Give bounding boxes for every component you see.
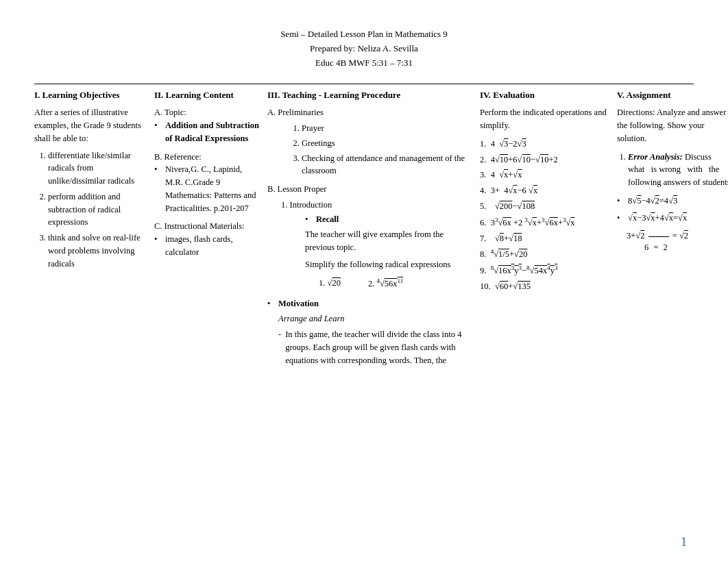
header: Semi – Detailed Lesson Plan in Mathemati… xyxy=(34,27,694,70)
eval-item-5: 5. √200−√108 xyxy=(480,200,611,213)
eval-instruction: Perform the indicated operations and sim… xyxy=(480,106,611,132)
sqrt-5a: √5 xyxy=(632,196,641,206)
col-assignment: V. Assignment Directions: Analyze and an… xyxy=(617,90,728,254)
sqrt-x-h: √x xyxy=(678,213,687,223)
lc-im-label: Instructional Materials: xyxy=(165,221,245,231)
sqrt-18: √18 xyxy=(509,234,522,243)
lc-topic-bold: Addition and Subtraction of Radical Expr… xyxy=(165,119,260,145)
arrange-learn-label: Arrange and Learn xyxy=(278,312,473,325)
tlp-recall-section: • Recall The teacher will give examples … xyxy=(305,213,473,290)
lo-item-2: perform addition and subtraction of radi… xyxy=(48,190,147,229)
sqrt-108: √108 xyxy=(518,201,535,211)
lc-ref-text: Nivera,G. C., Lapinid, M.R. C.Grade 9 Ma… xyxy=(165,163,260,214)
tlp-intro-label: 1. Introduction xyxy=(281,199,473,212)
assign-dot-2: • xyxy=(617,212,624,225)
eval-item-9: 9. 8√16x3y3−8√54x4y3 xyxy=(480,264,611,277)
sqrt-x-f: √x xyxy=(646,213,655,223)
assign-denom-6: 6 = 2 xyxy=(644,241,728,254)
lo-intro: After a series of illustrative examples,… xyxy=(34,106,147,145)
recall-bullet: • Recall xyxy=(305,213,473,226)
sqrt-x-a: √x xyxy=(499,170,508,179)
tlp-body: A. Preliminaries Prayer Greetings Checki… xyxy=(267,106,473,367)
sqrt-x-c: √x xyxy=(508,186,517,195)
motivation-text: In this game, the teacher will divide th… xyxy=(285,328,473,367)
lc-header: II. Learning Content xyxy=(154,90,260,101)
motivation-label: Motivation xyxy=(278,297,319,310)
sqrt-200: √200 xyxy=(495,201,513,211)
sqrt-3c: √3 xyxy=(668,196,677,206)
equals-sign: = xyxy=(653,243,658,252)
ex1-radical: √20 xyxy=(328,278,341,288)
example-2: 2. 4√56x11 xyxy=(368,277,403,290)
header-line3: Educ 4B MWF 5:31 – 7:31 xyxy=(34,56,694,71)
dash-icon: - xyxy=(278,328,281,341)
assign-list: Error Analysis: Discuss what is wrong wi… xyxy=(617,151,728,189)
sqrt-135: √135 xyxy=(513,282,531,291)
motivation-text-block: - In this game, the teacher will divide … xyxy=(278,328,473,367)
lc-a-label: A. xyxy=(154,108,165,117)
lc-ref-detail: • Nivera,G. C., Lapinid, M.R. C.Grade 9 … xyxy=(154,163,260,214)
motivation-bullet: • Motivation xyxy=(267,297,473,310)
sqrt-10a: √10 xyxy=(495,155,508,164)
eval-item-3: 3. 4 √x+√x xyxy=(480,169,611,182)
sqrt-60: √60 xyxy=(495,282,508,291)
eval-item-6: 6. 33√6x +2 3√x+3√6x+3√x xyxy=(480,216,611,230)
motivation-section: • Motivation Arrange and Learn - In this… xyxy=(267,297,473,367)
bullet-dot3: • xyxy=(154,233,161,246)
bullet-dot: • xyxy=(154,119,161,132)
assign-body: Directions: Analyze and answer the follo… xyxy=(617,106,728,254)
frac-line xyxy=(648,236,669,237)
denom-6: 6 xyxy=(644,243,648,252)
denom-2: 2 xyxy=(664,243,668,252)
assign-instruction: Directions: Analyze and answer the follo… xyxy=(617,106,728,145)
col-tlp: III. Teaching - Learning Procedure A. Pr… xyxy=(267,90,480,367)
lc-ref-label: Reference: xyxy=(165,152,202,162)
eval-item-4: 4. 3+ 4√x−6 √x xyxy=(480,184,611,197)
lc-topic-label: Topic: xyxy=(165,108,186,117)
assign-bullet-1: • 8√5−4√2=4√3 xyxy=(617,195,728,208)
tlp-prelim-3: Checking of attendance and management of… xyxy=(302,152,473,178)
assign-dot-1: • xyxy=(617,195,624,208)
lc-im-detail: • images, flash cards, calculator xyxy=(154,233,260,259)
ex2-radical: 4√56x11 xyxy=(376,279,403,288)
lc-im-text: images, flash cards, calculator xyxy=(165,233,260,259)
motivation-dot: • xyxy=(267,297,274,310)
tlp-prelim-list: Prayer Greetings Checking of attendance … xyxy=(288,122,473,177)
assign-expr-2: √x−3√x+4√x=√x xyxy=(628,212,687,225)
recall-label: Recall xyxy=(316,213,339,226)
recall-text: The teacher will give examples from the … xyxy=(305,228,473,254)
error-analysis-label: Error Analysis: xyxy=(628,152,683,162)
sqrt-2b: √2 xyxy=(635,231,644,240)
sqrt-3: √3 xyxy=(499,139,508,149)
lo-item-1: differentiate like/similar radicals from… xyxy=(48,149,147,188)
recall-dot: • xyxy=(305,213,312,226)
lc-im-section: C. Instructional Materials: • images, fl… xyxy=(154,220,260,258)
assign-bullet-2: • √x−3√x+4√x=√x xyxy=(617,212,728,225)
tlp-header: III. Teaching - Learning Procedure xyxy=(267,90,473,101)
eval-item-7: 7. √8+√18 xyxy=(480,232,611,245)
eval-item-8: 8. 4√1/5+√20 xyxy=(480,247,611,261)
lc-reference-section: B. Reference: • Nivera,G. C., Lapinid, M… xyxy=(154,151,260,215)
lc-b-label: B. xyxy=(154,152,165,162)
sqrt-3b: √3 xyxy=(518,139,526,149)
tlp-lesson-proper: B. Lesson Proper xyxy=(267,183,473,196)
lc-body: A. Topic: • Addition and Subtraction of … xyxy=(154,106,260,258)
tlp-prelim-1: Prayer xyxy=(302,122,473,135)
assign-item-1: Error Analysis: Discuss what is wrong wi… xyxy=(617,151,728,189)
bullet-dot2: • xyxy=(154,163,161,176)
assign-error-label: Error Analysis: Discuss what is wrong wi… xyxy=(628,151,728,189)
tlp-prelim-header: A. Preliminaries xyxy=(267,106,473,119)
assign-frac-expr: 3+√2 xyxy=(627,231,644,240)
lo-list: differentiate like/similar radicals from… xyxy=(34,149,147,271)
tlp-prelim-2: Greetings xyxy=(302,137,473,150)
assign-expr-1: 8√5−4√2=4√3 xyxy=(628,195,677,208)
lo-header: I. Learning Objectives xyxy=(34,90,147,101)
tlp-intro-section: 1. Introduction • Recall The teacher wil… xyxy=(281,199,473,290)
page-number: 1 xyxy=(681,535,687,549)
sqrt-20: √20 xyxy=(514,249,527,259)
columns-row: I. Learning Objectives After a series of… xyxy=(34,84,694,367)
frac-denom: = √2 xyxy=(672,231,688,240)
lo-body: After a series of illustrative examples,… xyxy=(34,106,147,270)
sqrt-8: √8 xyxy=(495,234,504,243)
sqrt-x-d: √x xyxy=(529,186,537,195)
